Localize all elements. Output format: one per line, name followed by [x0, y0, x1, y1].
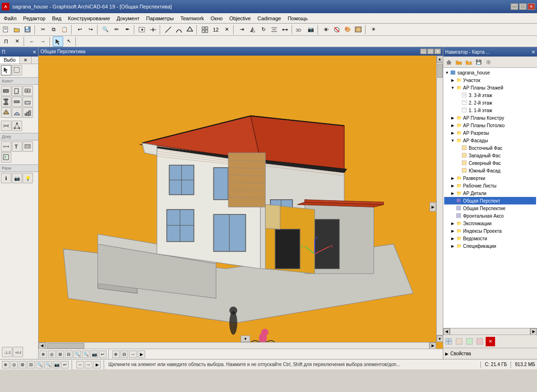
tree-expand-vedmost[interactable]: ▶ [450, 236, 456, 241]
tree-expand-ar-facades[interactable]: ▼ [450, 138, 456, 143]
viewport-close[interactable]: ✕ [434, 49, 441, 54]
nav-icon-6[interactable]: 🔍 [82, 351, 90, 358]
status-icon-11[interactable]: ▶ [93, 361, 101, 368]
tree-expand-project-idx[interactable]: ▶ [450, 228, 456, 234]
scroll-track-horizontal[interactable] [45, 343, 430, 349]
nav-scroll-right[interactable]: ▶ [530, 328, 537, 335]
back-arrow-btn[interactable]: ← [27, 36, 37, 47]
hide-btn[interactable] [332, 24, 342, 35]
grid-btn[interactable] [200, 24, 210, 35]
nav-icon-4[interactable]: ⊟ [65, 351, 73, 358]
menu-document[interactable]: Документ [114, 15, 143, 22]
scroll-right-btn[interactable]: ▶ [430, 343, 436, 349]
tree-item-perspective[interactable]: Общая Перспект [444, 197, 536, 204]
nav-scrollbar[interactable]: ◀ ▶ [443, 328, 537, 335]
bottom-indicator[interactable]: ▼ [241, 335, 250, 342]
tree-expand-ar-struct[interactable]: ▶ [450, 115, 456, 121]
tree-item-perspective2[interactable]: Общая Перспектие [444, 204, 536, 212]
navigator-close[interactable]: ✕ [531, 49, 535, 55]
tool-roof[interactable] [1, 107, 11, 118]
tool-label[interactable] [23, 141, 33, 152]
tool-shell[interactable] [12, 107, 22, 118]
zoom-icon-3[interactable]: ↔ [129, 351, 137, 358]
tree-item-floor1[interactable]: 1. 1-й этаж [444, 106, 536, 114]
line-btn[interactable] [163, 24, 173, 35]
new-btn[interactable] [1, 24, 11, 35]
tree-expand-site[interactable]: ▶ [450, 77, 456, 83]
nav-scroll-track[interactable] [450, 328, 530, 335]
viewport-scrollbar-bottom[interactable]: ◀ ▶ [39, 342, 436, 349]
nav-save-btn[interactable]: 💾 [474, 57, 483, 67]
right-indicator[interactable]: ▶ [430, 202, 436, 212]
properties-section[interactable]: ▶ Свойства [443, 348, 537, 359]
tool-mesh[interactable] [1, 121, 11, 131]
tree-item-vedmost[interactable]: ▶ 📁 Ведомости [444, 235, 536, 242]
tool-marquee[interactable] [12, 65, 22, 75]
color-btn[interactable]: 🎨 [342, 24, 353, 35]
tool-zone[interactable]: Z [1, 152, 11, 163]
3d-viewport[interactable]: x y z [39, 56, 443, 349]
status-icon-6[interactable]: 🔍 [44, 361, 52, 368]
zoom-icon-1[interactable]: ⊕ [112, 351, 120, 358]
nav-btn-3[interactable] [465, 337, 474, 346]
tool-morph[interactable] [12, 121, 22, 131]
camera-btn[interactable]: 📷 [306, 24, 316, 35]
tree-expand-ar-details[interactable]: ▶ [450, 190, 456, 196]
mat-btn[interactable] [353, 24, 364, 35]
nav-btn-1[interactable] [444, 337, 454, 346]
status-icon-9[interactable]: ↔ [76, 361, 84, 368]
viewport-maximize[interactable]: □ [427, 49, 434, 54]
left-tab-close[interactable]: ✕ [20, 57, 32, 64]
tool-info[interactable]: ℹ [1, 173, 11, 183]
status-icon-7[interactable]: 📷 [53, 361, 60, 368]
nav-scroll-left[interactable]: ◀ [443, 328, 450, 335]
left-tab-select[interactable]: Выбо [0, 57, 20, 64]
status-icon-5[interactable]: 🔍 [36, 361, 43, 368]
status-icon-4[interactable]: ⊟ [27, 361, 35, 368]
stretch-btn[interactable] [280, 24, 290, 35]
tree-item-east[interactable]: Восточный Фас [444, 144, 536, 152]
tree-item-unfoldings[interactable]: ▶ 📁 Развертки [444, 174, 536, 182]
menu-objective[interactable]: Objective [227, 15, 254, 22]
viewport-minimize[interactable]: — [420, 49, 427, 54]
3d-btn[interactable]: 3D [295, 24, 305, 35]
status-icon-8[interactable]: ↩ [61, 361, 69, 368]
tree-expand-ar-ceil[interactable]: ▶ [450, 122, 456, 128]
maximize-button[interactable]: □ [519, 3, 527, 10]
nav-icon-2[interactable]: ◎ [48, 351, 56, 358]
sun-btn[interactable]: ☀ [368, 24, 379, 35]
menu-cadimage[interactable]: Cadimage [254, 15, 284, 22]
tree-item-project-idx[interactable]: ▶ 📁 Индексы Проекта [444, 227, 536, 235]
status-icon-3[interactable]: ⊞ [19, 361, 26, 368]
menu-file[interactable]: Файл [1, 15, 19, 22]
menu-help[interactable]: Помощь [285, 15, 311, 22]
tree-item-ar-ceil[interactable]: ▶ 📁 АР Планы Потолко [444, 122, 536, 129]
copy-btn[interactable]: ⧉ [49, 24, 59, 35]
tree-item-site[interactable]: ▶ 📁 Участок [444, 76, 536, 84]
tree-item-frontal-axo[interactable]: Фронтальная Аксо [444, 212, 536, 220]
nav-icon-5[interactable]: 🔍 [73, 351, 81, 358]
tree-expand-specs[interactable]: ▶ [450, 243, 456, 249]
redo-btn[interactable]: ↪ [85, 24, 96, 35]
scroll-up-btn[interactable]: ▲ [437, 56, 443, 62]
panel-toggle-btn[interactable]: П [1, 36, 11, 47]
tree-expand-unfoldings[interactable]: ▶ [450, 175, 456, 181]
cursor-btn[interactable]: ↖ [64, 36, 74, 47]
nav-icon-8[interactable]: ↩ [99, 351, 106, 358]
close-tab-btn[interactable]: ✕ [12, 36, 22, 47]
menu-options[interactable]: Параметры [143, 15, 177, 22]
tree-item-explications[interactable]: ▶ 📁 Экспликации [444, 220, 536, 227]
zoom-icon-2[interactable]: ⊟ [121, 351, 128, 358]
tree-expand-ar-floors[interactable]: ▼ [450, 85, 456, 90]
nav-btn-4[interactable] [475, 337, 485, 346]
scroll-thumb-v[interactable] [437, 64, 443, 78]
scroll-left-btn[interactable]: ◀ [39, 343, 45, 349]
nav-folder-btn[interactable] [454, 57, 464, 67]
arrow-set-btn[interactable]: ⇥ [236, 24, 247, 35]
tree-item-ar-sections[interactable]: ▶ 📁 АР Разрезы [444, 129, 536, 137]
tree-item-floor3[interactable]: 3. 3-й этаж [444, 91, 536, 99]
status-icon-2[interactable]: ◎ [10, 361, 18, 368]
select-cursor-btn[interactable] [53, 36, 63, 47]
menu-window[interactable]: Окно [208, 15, 226, 22]
tree-item-north[interactable]: Северный Фас [444, 159, 536, 167]
